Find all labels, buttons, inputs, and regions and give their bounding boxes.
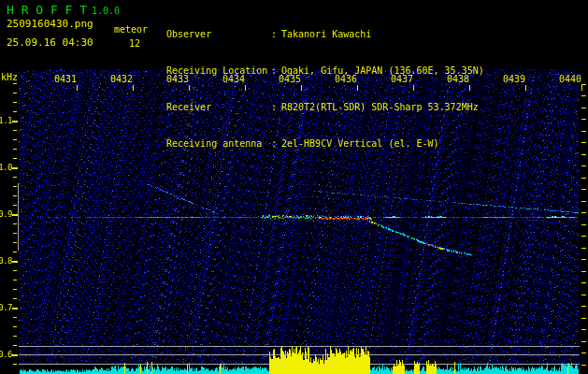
info-separator: : — [271, 137, 281, 150]
info-row-antenna: Receiving antenna:2el-HB9CV Vertical (el… — [166, 137, 484, 150]
time-tick-label: 0438 — [445, 74, 469, 84]
freq-tick-label: 0.9 — [0, 209, 12, 219]
app-version: 1.0.0 — [92, 6, 120, 16]
app-title: H R O F F T — [7, 3, 87, 17]
info-value: R820T2(RTL-SDR) SDR-Sharp 53.372MHz — [281, 102, 479, 112]
info-value: Takanori Kawachi — [281, 29, 371, 39]
info-label: Receiver — [166, 101, 271, 113]
time-tick-label: 0435 — [277, 74, 301, 84]
time-tick-label: 0440 — [557, 74, 581, 84]
info-label: Observer — [166, 28, 271, 40]
station-info: Observer:Takanori Kawachi Receiving Loca… — [166, 4, 484, 174]
time-tick-label: 0434 — [221, 74, 245, 84]
info-separator: : — [271, 28, 281, 40]
time-tick-label: 0431 — [52, 74, 77, 84]
freq-tick-label: 0.7 — [0, 303, 12, 312]
freq-tick-label: 1.0 — [0, 163, 12, 172]
time-tick-label: 0439 — [501, 74, 525, 84]
info-label: Receiving antenna — [166, 137, 271, 150]
info-row-location: Receiving Location:Ogaki, Gifu, JAPAN (1… — [166, 65, 484, 77]
info-row-observer: Observer:Takanori Kawachi — [166, 28, 484, 40]
frequency-axis-unit: kHz — [1, 72, 18, 82]
meteor-echo-count: 12 — [129, 38, 140, 49]
info-separator: : — [271, 101, 281, 113]
time-tick-label: 0432 — [108, 74, 133, 84]
freq-tick-label: 0.8 — [0, 256, 12, 266]
freq-tick-label: 1.1 — [0, 116, 12, 125]
output-filename: 2509160430.png — [7, 18, 93, 30]
observation-mode: meteor — [114, 24, 148, 35]
info-value: 2el-HB9CV Vertical (el. E-W) — [281, 138, 439, 149]
time-tick-label: 0436 — [333, 74, 357, 84]
freq-tick-label: 0.6 — [0, 350, 12, 359]
time-tick-label: 0433 — [165, 74, 189, 84]
hrofft-spectrogram-screen: H R O F F T 1.0.0 2509160430.png meteor … — [0, 0, 588, 374]
info-row-receiver: Receiver:R820T2(RTL-SDR) SDR-Sharp 53.37… — [166, 101, 484, 113]
observation-datetime: 25.09.16 04:30 — [7, 36, 93, 49]
time-tick-label: 0437 — [389, 74, 413, 84]
